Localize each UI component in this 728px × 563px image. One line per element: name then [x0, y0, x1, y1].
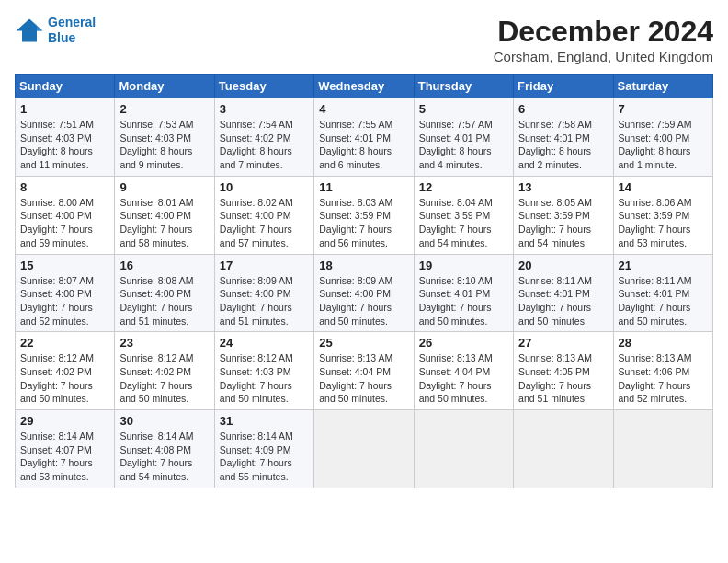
day-number: 20: [518, 259, 608, 272]
calendar-cell: 22Sunrise: 8:12 AMSunset: 4:02 PMDayligh…: [16, 332, 115, 410]
logo-line2: Blue: [48, 30, 75, 45]
day-number: 21: [619, 259, 708, 272]
calendar-cell: 30Sunrise: 8:14 AMSunset: 4:08 PMDayligh…: [115, 410, 214, 488]
day-header-wednesday: Wednesday: [314, 75, 414, 98]
day-info: Sunrise: 8:12 AMSunset: 4:02 PMDaylight:…: [20, 351, 109, 406]
calendar-cell: [613, 410, 712, 488]
logo-line1: General: [48, 15, 96, 29]
week-row-2: 8Sunrise: 8:00 AMSunset: 4:00 PMDaylight…: [16, 176, 713, 254]
day-number: 9: [119, 180, 209, 194]
calendar-cell: 18Sunrise: 8:09 AMSunset: 4:00 PMDayligh…: [314, 254, 414, 332]
page-title: December 2024: [494, 15, 713, 49]
day-info: Sunrise: 8:07 AMSunset: 4:00 PMDaylight:…: [20, 274, 109, 328]
week-row-1: 1Sunrise: 7:51 AMSunset: 4:03 PMDaylight…: [16, 98, 713, 177]
day-info: Sunrise: 7:51 AMSunset: 4:03 PMDaylight:…: [20, 118, 109, 172]
page-header: General Blue December 2024 Corsham, Engl…: [15, 15, 713, 64]
day-info: Sunrise: 7:58 AMSunset: 4:01 PMDaylight:…: [518, 118, 608, 172]
calendar-cell: 8Sunrise: 8:00 AMSunset: 4:00 PMDaylight…: [16, 176, 115, 254]
calendar-cell: 23Sunrise: 8:12 AMSunset: 4:02 PMDayligh…: [115, 332, 214, 410]
day-info: Sunrise: 8:12 AMSunset: 4:03 PMDaylight:…: [220, 351, 309, 406]
day-info: Sunrise: 8:13 AMSunset: 4:06 PMDaylight:…: [619, 351, 708, 406]
day-info: Sunrise: 8:14 AMSunset: 4:07 PMDaylight:…: [20, 430, 109, 484]
day-number: 18: [319, 259, 408, 272]
day-number: 23: [119, 336, 209, 350]
day-number: 22: [20, 336, 109, 350]
day-header-saturday: Saturday: [613, 75, 712, 98]
day-header-friday: Friday: [514, 75, 613, 98]
calendar-cell: 26Sunrise: 8:13 AMSunset: 4:04 PMDayligh…: [414, 332, 513, 410]
page-subtitle: Corsham, England, United Kingdom: [494, 49, 713, 64]
day-info: Sunrise: 8:14 AMSunset: 4:08 PMDaylight:…: [119, 430, 209, 484]
calendar-cell: 11Sunrise: 8:03 AMSunset: 3:59 PMDayligh…: [314, 176, 414, 254]
day-number: 29: [20, 414, 109, 428]
day-number: 7: [619, 102, 708, 116]
logo-text: General Blue: [48, 15, 96, 46]
day-info: Sunrise: 8:08 AMSunset: 4:00 PMDaylight:…: [119, 274, 209, 328]
day-number: 3: [220, 102, 309, 116]
day-number: 5: [419, 102, 508, 116]
day-info: Sunrise: 8:09 AMSunset: 4:00 PMDaylight:…: [319, 274, 408, 328]
day-info: Sunrise: 8:02 AMSunset: 4:00 PMDaylight:…: [220, 196, 309, 250]
calendar-cell: 1Sunrise: 7:51 AMSunset: 4:03 PMDaylight…: [16, 98, 115, 177]
day-info: Sunrise: 8:05 AMSunset: 3:59 PMDaylight:…: [518, 196, 608, 250]
day-number: 12: [419, 180, 508, 194]
calendar-cell: 21Sunrise: 8:11 AMSunset: 4:01 PMDayligh…: [613, 254, 712, 332]
day-number: 1: [20, 102, 109, 116]
calendar-body: 1Sunrise: 7:51 AMSunset: 4:03 PMDaylight…: [16, 98, 713, 488]
calendar-cell: 10Sunrise: 8:02 AMSunset: 4:00 PMDayligh…: [214, 176, 313, 254]
day-info: Sunrise: 8:04 AMSunset: 3:59 PMDaylight:…: [419, 196, 508, 250]
logo-icon: [15, 17, 44, 43]
day-info: Sunrise: 8:12 AMSunset: 4:02 PMDaylight:…: [119, 351, 209, 406]
calendar-cell: 20Sunrise: 8:11 AMSunset: 4:01 PMDayligh…: [514, 254, 613, 332]
calendar-cell: 7Sunrise: 7:59 AMSunset: 4:00 PMDaylight…: [613, 98, 712, 177]
day-info: Sunrise: 7:57 AMSunset: 4:01 PMDaylight:…: [419, 118, 508, 172]
day-number: 16: [119, 259, 209, 272]
calendar-cell: [514, 410, 613, 488]
day-info: Sunrise: 8:06 AMSunset: 3:59 PMDaylight:…: [619, 196, 708, 250]
day-info: Sunrise: 8:10 AMSunset: 4:01 PMDaylight:…: [419, 274, 508, 328]
day-info: Sunrise: 8:09 AMSunset: 4:00 PMDaylight:…: [220, 274, 309, 328]
day-info: Sunrise: 8:13 AMSunset: 4:04 PMDaylight:…: [319, 351, 408, 406]
day-info: Sunrise: 8:03 AMSunset: 3:59 PMDaylight:…: [319, 196, 408, 250]
week-row-4: 22Sunrise: 8:12 AMSunset: 4:02 PMDayligh…: [16, 332, 713, 410]
calendar-cell: 27Sunrise: 8:13 AMSunset: 4:05 PMDayligh…: [514, 332, 613, 410]
day-number: 10: [220, 180, 309, 194]
day-number: 2: [119, 102, 209, 116]
week-row-3: 15Sunrise: 8:07 AMSunset: 4:00 PMDayligh…: [16, 254, 713, 332]
day-number: 26: [419, 336, 508, 350]
day-number: 13: [518, 180, 608, 194]
calendar-cell: 14Sunrise: 8:06 AMSunset: 3:59 PMDayligh…: [613, 176, 712, 254]
day-number: 15: [20, 259, 109, 272]
calendar-cell: 6Sunrise: 7:58 AMSunset: 4:01 PMDaylight…: [514, 98, 613, 177]
title-block: December 2024 Corsham, England, United K…: [494, 15, 713, 64]
day-info: Sunrise: 7:53 AMSunset: 4:03 PMDaylight:…: [119, 118, 209, 172]
day-number: 14: [619, 180, 708, 194]
day-header-sunday: Sunday: [16, 75, 115, 98]
day-number: 19: [419, 259, 508, 272]
calendar-cell: [314, 410, 414, 488]
day-header-monday: Monday: [115, 75, 214, 98]
calendar-cell: 31Sunrise: 8:14 AMSunset: 4:09 PMDayligh…: [214, 410, 313, 488]
calendar-cell: 16Sunrise: 8:08 AMSunset: 4:00 PMDayligh…: [115, 254, 214, 332]
calendar-cell: 3Sunrise: 7:54 AMSunset: 4:02 PMDaylight…: [214, 98, 313, 177]
calendar-cell: 24Sunrise: 8:12 AMSunset: 4:03 PMDayligh…: [214, 332, 313, 410]
day-number: 28: [619, 336, 708, 350]
calendar-cell: 28Sunrise: 8:13 AMSunset: 4:06 PMDayligh…: [613, 332, 712, 410]
day-number: 8: [20, 180, 109, 194]
week-row-5: 29Sunrise: 8:14 AMSunset: 4:07 PMDayligh…: [16, 410, 713, 488]
day-info: Sunrise: 8:13 AMSunset: 4:04 PMDaylight:…: [419, 351, 508, 406]
calendar-cell: 19Sunrise: 8:10 AMSunset: 4:01 PMDayligh…: [414, 254, 513, 332]
calendar-table: SundayMondayTuesdayWednesdayThursdayFrid…: [15, 74, 713, 488]
day-number: 31: [220, 414, 309, 428]
calendar-cell: 4Sunrise: 7:55 AMSunset: 4:01 PMDaylight…: [314, 98, 414, 177]
day-header-thursday: Thursday: [414, 75, 513, 98]
day-info: Sunrise: 8:11 AMSunset: 4:01 PMDaylight:…: [518, 274, 608, 328]
day-info: Sunrise: 7:55 AMSunset: 4:01 PMDaylight:…: [319, 118, 408, 172]
day-number: 30: [119, 414, 209, 428]
calendar-cell: 12Sunrise: 8:04 AMSunset: 3:59 PMDayligh…: [414, 176, 513, 254]
calendar-cell: 9Sunrise: 8:01 AMSunset: 4:00 PMDaylight…: [115, 176, 214, 254]
day-number: 6: [518, 102, 608, 116]
day-info: Sunrise: 8:14 AMSunset: 4:09 PMDaylight:…: [220, 430, 309, 484]
calendar-cell: 13Sunrise: 8:05 AMSunset: 3:59 PMDayligh…: [514, 176, 613, 254]
calendar-cell: 17Sunrise: 8:09 AMSunset: 4:00 PMDayligh…: [214, 254, 313, 332]
